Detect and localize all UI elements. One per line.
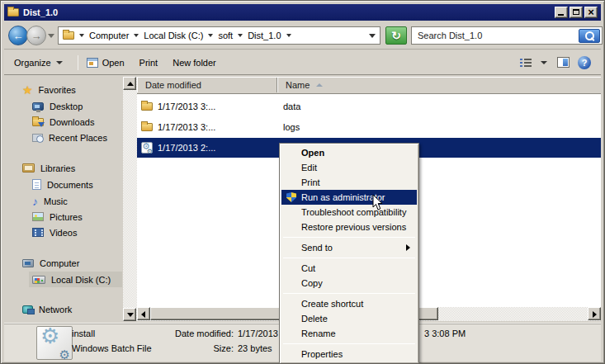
- print-button[interactable]: Print: [139, 58, 158, 68]
- menu-label: Properties: [301, 349, 343, 359]
- navigation-pane: Favorites Desktop Downloads Recent Place…: [4, 75, 123, 323]
- menu-item-open[interactable]: Open: [281, 145, 417, 160]
- breadcrumb-separator-icon[interactable]: [238, 34, 243, 37]
- menu-item-restore-previous-versions[interactable]: Restore previous versions: [281, 220, 417, 234]
- preview-pane-icon[interactable]: [557, 57, 570, 68]
- breadcrumb-local-disk[interactable]: Local Disk (C:): [144, 31, 203, 40]
- menu-label: Send to: [301, 243, 333, 253]
- menu-item-print[interactable]: Print: [281, 175, 417, 190]
- file-row-data[interactable]: 1/17/2013 3:... data: [137, 97, 601, 116]
- documents-icon: [32, 179, 41, 190]
- window-folder-icon: [7, 8, 19, 17]
- sidebar-item-pictures[interactable]: Pictures: [32, 209, 83, 225]
- scroll-up-icon[interactable]: [123, 77, 136, 90]
- menu-separator: [283, 343, 415, 344]
- file-name: logs: [283, 122, 300, 132]
- menu-item-send-to[interactable]: Send to: [281, 240, 417, 255]
- new-folder-button[interactable]: New folder: [173, 58, 216, 68]
- close-button[interactable]: [584, 7, 598, 18]
- views-dropdown-icon[interactable]: [541, 61, 547, 64]
- toolbar-right-group: [519, 56, 591, 69]
- name-header-label: Name: [286, 80, 310, 90]
- file-date: 1/17/2013 3:...: [158, 102, 283, 111]
- open-label: Open: [102, 58, 125, 68]
- sidebar-group-computer[interactable]: Computer: [22, 255, 79, 271]
- search-icon[interactable]: [579, 29, 600, 43]
- downloads-label: Downloads: [50, 117, 94, 127]
- sidebar-group-network[interactable]: Network: [22, 301, 72, 317]
- menu-item-rename[interactable]: Rename: [281, 326, 417, 341]
- sidebar-item-downloads[interactable]: Downloads: [32, 114, 94, 130]
- file-name: data: [283, 102, 300, 111]
- sidebar-scrollbar[interactable]: [123, 77, 137, 321]
- sidebar-item-music[interactable]: Music: [32, 193, 68, 209]
- window-title: Dist_1.0: [23, 7, 58, 17]
- menu-label: Copy: [301, 278, 323, 288]
- scroll-down-icon[interactable]: [123, 308, 136, 321]
- scroll-left-icon[interactable]: [137, 307, 150, 320]
- uac-shield-icon: [286, 192, 296, 202]
- help-icon[interactable]: [578, 56, 591, 69]
- command-toolbar: Organize Open Print New folder: [4, 50, 601, 75]
- column-date-modified[interactable]: Date modified: [137, 77, 277, 92]
- network-icon: [22, 305, 33, 314]
- sidebar-item-videos[interactable]: Videos: [32, 225, 77, 240]
- menu-item-create-shortcut[interactable]: Create shortcut: [281, 296, 417, 311]
- sidebar-item-desktop[interactable]: Desktop: [32, 98, 83, 114]
- favorites-label: Favorites: [39, 85, 76, 95]
- menu-label: Delete: [301, 314, 328, 324]
- minimize-button[interactable]: [555, 7, 568, 18]
- scroll-right-icon[interactable]: [588, 307, 601, 320]
- refresh-button[interactable]: [385, 26, 407, 45]
- column-name[interactable]: Name: [277, 77, 601, 92]
- menu-item-troubleshoot-compatibility[interactable]: Troubleshoot compatibility: [281, 205, 417, 220]
- menu-item-properties[interactable]: Properties: [281, 347, 417, 362]
- file-row-logs[interactable]: 1/17/2013 3:... logs: [137, 117, 601, 137]
- menu-item-cut[interactable]: Cut: [281, 261, 417, 276]
- recent-pages-dropdown-icon[interactable]: [48, 34, 54, 38]
- explorer-window: Dist_1.0 Computer Local Disk (C:) soft D…: [0, 0, 605, 364]
- file-date: 1/17/2013 3:...: [158, 122, 283, 132]
- sort-ascending-icon: [316, 83, 323, 87]
- menu-label: Restore previous versions: [301, 222, 406, 232]
- breadcrumb-separator-icon[interactable]: [208, 34, 213, 37]
- sidebar-group-favorites[interactable]: Favorites: [22, 82, 76, 97]
- breadcrumb-separator-icon[interactable]: [79, 34, 84, 37]
- breadcrumb-separator-icon[interactable]: [134, 34, 139, 37]
- star-icon: [22, 84, 33, 96]
- sidebar-group-libraries[interactable]: Libraries: [22, 160, 75, 176]
- organize-button[interactable]: Organize: [14, 58, 63, 68]
- back-button[interactable]: [8, 26, 28, 45]
- folder-icon: [141, 123, 153, 131]
- pictures-label: Pictures: [50, 212, 83, 222]
- recent-places-icon: [32, 134, 43, 142]
- details-file-name: install: [72, 329, 95, 338]
- address-breadcrumb-bar[interactable]: Computer Local Disk (C:) soft Dist_1.0: [58, 26, 380, 45]
- music-label: Music: [44, 196, 68, 206]
- sidebar-item-local-disk-c[interactable]: Local Disk (C:): [29, 272, 122, 287]
- address-dropdown-icon[interactable]: [369, 34, 376, 38]
- details-created-fragment: 3 3:08 PM: [424, 329, 466, 338]
- search-input[interactable]: Search Dist_1.0: [411, 26, 603, 45]
- views-icon[interactable]: [519, 58, 532, 68]
- batch-file-icon: [141, 142, 153, 154]
- menu-item-run-as-administrator[interactable]: Run as administrator: [281, 190, 417, 205]
- menu-item-delete[interactable]: Delete: [281, 311, 417, 326]
- forward-button[interactable]: [26, 26, 46, 45]
- libraries-label: Libraries: [40, 163, 75, 173]
- recent-places-label: Recent Places: [49, 133, 107, 143]
- videos-icon: [32, 228, 44, 237]
- maximize-button[interactable]: [570, 7, 583, 18]
- sidebar-item-documents[interactable]: Documents: [32, 177, 93, 192]
- address-folder-icon: [63, 31, 74, 40]
- menu-item-edit[interactable]: Edit: [281, 160, 417, 175]
- breadcrumb-separator-icon[interactable]: [286, 34, 291, 37]
- breadcrumb-computer[interactable]: Computer: [89, 31, 129, 40]
- sidebar-item-recent-places[interactable]: Recent Places: [32, 130, 107, 145]
- breadcrumb-dist[interactable]: Dist_1.0: [248, 31, 281, 40]
- title-bar[interactable]: Dist_1.0: [4, 4, 601, 21]
- open-button[interactable]: Open: [87, 58, 125, 68]
- menu-item-copy[interactable]: Copy: [281, 276, 417, 291]
- search-placeholder: Search Dist_1.0: [418, 31, 482, 40]
- breadcrumb-soft[interactable]: soft: [218, 31, 233, 40]
